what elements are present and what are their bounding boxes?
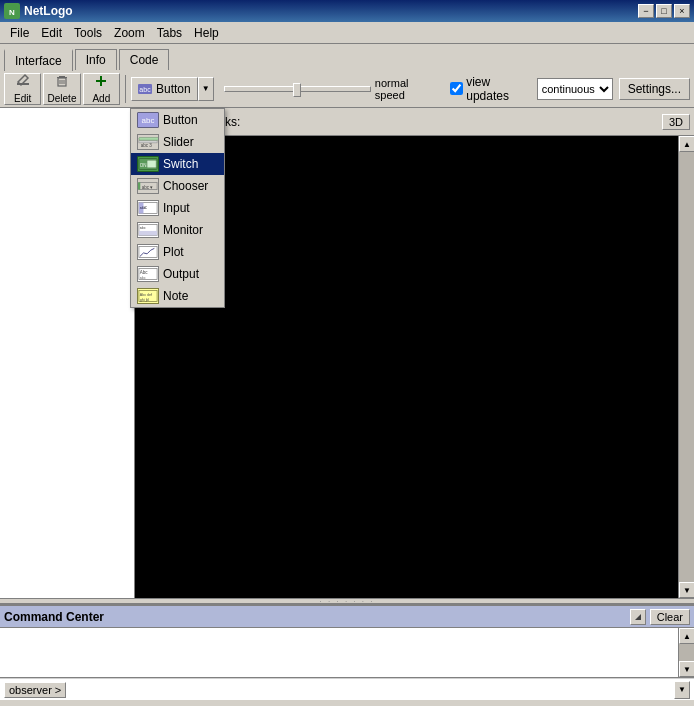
window-controls: − □ × [638,4,690,18]
window-title: NetLogo [24,4,73,18]
close-button[interactable]: × [674,4,690,18]
monitor-widget-label: Monitor [163,223,203,237]
svg-text:abc: abc [140,206,146,210]
menu-tabs[interactable]: Tabs [151,24,188,42]
clear-label: Clear [657,611,683,623]
clear-button[interactable]: Clear [650,609,690,625]
svg-text:abc: abc [140,226,146,230]
edit-icon [15,73,31,92]
widget-option-chooser[interactable]: abc ▾ Chooser [131,175,224,197]
title-bar-left: N NetLogo [4,3,73,19]
switch-widget-icon: ON [137,156,159,172]
svg-text:abc: abc [139,86,151,93]
menu-help[interactable]: Help [188,24,225,42]
widget-option-button[interactable]: abc Button [131,109,224,131]
widget-type-menu: abc Button abc 3 Slider ON Switch [130,108,225,308]
cmd-scroll-track[interactable] [679,644,694,661]
tab-info[interactable]: Info [75,49,117,70]
add-button[interactable]: Add [83,73,120,105]
delete-label: Delete [48,93,77,104]
widget-option-switch[interactable]: ON Switch [131,153,224,175]
button-widget-icon: abc [137,112,159,128]
settings-button[interactable]: Settings... [619,78,690,100]
svg-rect-15 [139,137,158,140]
menu-tools[interactable]: Tools [68,24,108,42]
tab-bar: Interface Info Code [0,44,694,70]
cmd-scroll-down[interactable]: ▼ [679,661,694,677]
menu-edit[interactable]: Edit [35,24,68,42]
svg-rect-30 [139,247,157,258]
toolbar: Edit Delete Add ab [0,70,694,108]
chooser-widget-label: Chooser [163,179,208,193]
update-mode-select[interactable]: continuous [537,78,613,100]
add-icon [93,73,109,92]
svg-text:ghi jkl: ghi jkl [140,298,149,302]
svg-text:Abc def: Abc def [140,293,153,297]
widget-option-slider[interactable]: abc 3 Slider [131,131,224,153]
speed-area: normal speed [224,77,441,101]
scroll-down-button[interactable]: ▼ [679,582,694,598]
monitor-widget-icon: abc [137,222,159,238]
settings-label: Settings... [628,82,681,96]
menu-zoom[interactable]: Zoom [108,24,151,42]
slider-widget-icon: abc 3 [137,134,159,150]
command-output [0,628,678,677]
arrow-icon: ▼ [202,84,210,93]
switch-widget-label: Switch [163,157,198,171]
title-bar: N NetLogo − □ × [0,0,694,22]
widget-type-dropdown: abc Button ▼ [131,77,214,101]
widget-option-output[interactable]: Abc abc Output [131,263,224,285]
cmd-scroll-up[interactable]: ▲ [679,628,694,644]
3d-button[interactable]: 3D [662,114,690,130]
app-icon: N [4,3,20,19]
main-area: ◄ ◆ ► ticks: 3D ▲ ▼ abc [0,108,694,598]
scroll-up-button[interactable]: ▲ [679,136,694,152]
svg-text:ON: ON [140,163,147,168]
tab-interface[interactable]: Interface [4,49,73,71]
observer-label: observer > [4,682,66,698]
widget-option-input[interactable]: abc abc Input [131,197,224,219]
svg-rect-28 [139,231,157,236]
command-center-title: Command Center [4,610,104,624]
svg-marker-37 [635,614,641,620]
input-widget-label: Input [163,201,190,215]
menu-file[interactable]: File [4,24,35,42]
speed-slider-thumb[interactable] [293,83,301,97]
edit-button[interactable]: Edit [4,73,41,105]
scroll-track[interactable] [679,152,694,582]
obs-dropdown-icon: ▼ [678,685,686,694]
delete-icon [54,73,70,92]
input-widget-icon: abc abc [137,200,159,216]
maximize-button[interactable]: □ [656,4,672,18]
view-updates-checkbox[interactable] [450,82,463,95]
command-center-controls: Clear [630,609,690,625]
svg-rect-18 [147,160,156,167]
command-center: Command Center Clear ▲ ▼ observer > ▼ [0,604,694,700]
widget-option-plot[interactable]: Plot [131,241,224,263]
selected-widget-label: Button [156,82,191,96]
3d-label: 3D [669,116,683,128]
command-center-minimize-icon[interactable] [630,609,646,625]
plot-widget-label: Plot [163,245,184,259]
svg-text:abc ▾: abc ▾ [142,185,154,190]
minimize-button[interactable]: − [638,4,654,18]
slider-widget-label: Slider [163,135,194,149]
speed-slider[interactable] [224,86,371,92]
widget-dropdown-arrow[interactable]: ▼ [198,77,214,101]
add-label: Add [92,93,110,104]
interface-panel [0,108,135,598]
tab-code[interactable]: Code [119,49,170,70]
widget-option-monitor[interactable]: abc Monitor [131,219,224,241]
widget-option-note[interactable]: Abc def ghi jkl Note [131,285,224,307]
speed-label: normal speed [375,77,440,101]
note-widget-icon: Abc def ghi jkl [137,288,159,304]
edit-label: Edit [14,93,31,104]
widget-type-button[interactable]: abc Button [131,77,198,101]
plot-widget-icon [137,244,159,260]
view-scrollbar: ▲ ▼ [678,136,694,598]
delete-button[interactable]: Delete [43,73,80,105]
command-scrollbar: ▲ ▼ [678,628,694,677]
observer-input[interactable] [66,681,674,699]
observer-dropdown[interactable]: ▼ [674,681,690,699]
svg-text:N: N [9,8,15,17]
